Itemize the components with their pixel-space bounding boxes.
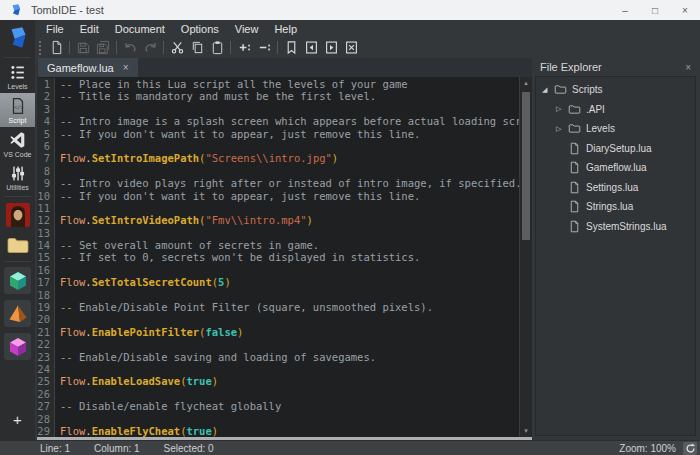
- next-bookmark-button[interactable]: [321, 38, 341, 57]
- app-window: TombIDE - test – □ × Levels: [0, 0, 700, 455]
- file-icon: [568, 142, 581, 155]
- line-number: 14: [37, 239, 55, 251]
- menu-document[interactable]: Document: [107, 23, 173, 35]
- sidebar-item-script[interactable]: </> Script: [0, 93, 35, 127]
- tree-item-api[interactable]: ▷ .API: [536, 100, 695, 120]
- sidebar-divider: [4, 196, 31, 197]
- new-file-button[interactable]: [46, 38, 66, 57]
- menu-help[interactable]: Help: [266, 23, 305, 35]
- code-text: -- Set overall amount of secrets in game…: [55, 239, 319, 251]
- scroll-up-icon[interactable]: ▴: [520, 77, 532, 89]
- tab-close-icon[interactable]: ×: [123, 62, 129, 73]
- tree-collapsed-icon[interactable]: ▷: [556, 105, 568, 113]
- add-project-button[interactable]: +: [13, 411, 22, 428]
- paste-button[interactable]: [207, 38, 227, 57]
- menu-edit[interactable]: Edit: [72, 23, 107, 35]
- toolbar-separator: [277, 41, 278, 54]
- pink-gem-icon: [7, 336, 29, 358]
- vscode-icon: [9, 131, 27, 149]
- code-line: 20: [37, 313, 519, 325]
- tree-collapsed-icon[interactable]: ▷: [556, 125, 568, 133]
- sidebar-item-utilities[interactable]: Utilities: [0, 161, 35, 194]
- toolbar-grip: [38, 40, 43, 55]
- next-bookmark-icon: [324, 40, 339, 55]
- menu-options[interactable]: Options: [173, 23, 227, 35]
- minus-dots-button[interactable]: [254, 38, 274, 57]
- copy-button[interactable]: [187, 38, 207, 57]
- vertical-scrollbar[interactable]: ▴ ▾: [519, 77, 532, 437]
- maximize-button[interactable]: □: [640, 0, 670, 20]
- line-number: 13: [37, 227, 55, 239]
- code-text: Flow.EnablePointFilter(false): [55, 326, 243, 338]
- engine-shortcut-teal-cube[interactable]: [4, 267, 31, 294]
- toolbar-separator: [230, 41, 231, 54]
- clear-bookmarks-button[interactable]: [341, 38, 361, 57]
- code-text: -- Title is mandatory and must be the fi…: [55, 90, 376, 102]
- editor-panel: Gameflow.lua × 1-- Place in this Lua scr…: [37, 58, 532, 440]
- menu-view[interactable]: View: [227, 23, 267, 35]
- cut-scissors-icon: [170, 40, 185, 55]
- save-button[interactable]: [73, 38, 93, 57]
- bookmark-button[interactable]: [281, 38, 301, 57]
- copy-icon: [190, 40, 205, 55]
- undo-button[interactable]: [120, 38, 140, 57]
- previous-bookmark-button[interactable]: [301, 38, 321, 57]
- sidebar-item-vscode[interactable]: VS Code: [0, 127, 35, 161]
- toolbar: [35, 37, 700, 58]
- menu-file[interactable]: File: [38, 23, 72, 35]
- code-text: -- Enable/Disable saving and loading of …: [55, 351, 376, 363]
- code-text: Flow.SetTotalSecretCount(5): [55, 276, 231, 288]
- tree-expanded-icon[interactable]: ◢: [542, 86, 554, 94]
- code-text: [55, 140, 60, 152]
- tree-item-gameflow[interactable]: Gameflow.lua: [536, 158, 695, 178]
- scroll-down-icon[interactable]: ▾: [520, 425, 532, 437]
- redo-button[interactable]: [140, 38, 160, 57]
- code-text: Flow.EnableFlyCheat(true): [55, 425, 218, 437]
- code-line: 6: [37, 140, 519, 152]
- code-editor[interactable]: 1-- Place in this Lua script all the lev…: [37, 77, 532, 437]
- tree-item-levels[interactable]: ▷ Levels: [536, 119, 695, 139]
- line-number: 17: [37, 276, 55, 288]
- save-all-button[interactable]: [93, 38, 113, 57]
- line-number: 7: [37, 152, 55, 164]
- scrollbar-thumb[interactable]: [522, 92, 530, 240]
- code-line: 19-- Enable/Disable Point Filter (square…: [37, 301, 519, 313]
- line-number: 2: [37, 90, 55, 102]
- file-icon: [568, 181, 581, 194]
- file-explorer-close-icon[interactable]: ×: [685, 62, 691, 73]
- file-tree: ◢ Scripts ▷ .API: [535, 76, 696, 436]
- tree-item-label: Levels: [586, 123, 615, 134]
- cut-button[interactable]: [167, 38, 187, 57]
- undo-icon: [123, 40, 138, 55]
- line-number: 24: [37, 363, 55, 375]
- new-file-icon: [49, 40, 64, 55]
- folder-icon: [568, 103, 581, 116]
- code-text: -- If you don't want it to appear, just …: [55, 190, 420, 202]
- tree-item-label: .API: [586, 104, 605, 115]
- refresh-button[interactable]: [683, 442, 697, 455]
- engine-shortcut-orange-pyramid[interactable]: [4, 300, 31, 327]
- line-number: 6: [37, 140, 55, 152]
- levels-list-icon: [9, 64, 27, 81]
- plus-dots-button[interactable]: [234, 38, 254, 57]
- code-line: 4-- Intro image is a splash screen which…: [37, 115, 519, 127]
- tab-gameflow-lua[interactable]: Gameflow.lua ×: [38, 58, 138, 77]
- sidebar-item-levels[interactable]: Levels: [0, 60, 35, 93]
- engine-shortcut-pink-gem[interactable]: [4, 333, 31, 360]
- minus-dots-icon: [257, 40, 272, 55]
- tree-item-settings[interactable]: Settings.lua: [536, 178, 695, 198]
- code-line: 5-- If you don't want it to appear, just…: [37, 128, 519, 140]
- tree-item-strings[interactable]: Strings.lua: [536, 197, 695, 217]
- tree-item-systemstrings[interactable]: SystemStrings.lua: [536, 217, 695, 237]
- tree-item-scripts[interactable]: ◢ Scripts: [536, 80, 695, 100]
- sidebar-item-label: VS Code: [3, 151, 31, 158]
- line-number: 27: [37, 400, 55, 412]
- project-folder-icon[interactable]: [6, 235, 30, 255]
- tree-item-diarysetup[interactable]: DiarySetup.lua: [536, 139, 695, 159]
- close-button[interactable]: ×: [670, 0, 700, 20]
- orange-pyramid-icon: [7, 303, 29, 325]
- lara-avatar[interactable]: [6, 203, 30, 227]
- line-number: 1: [37, 78, 55, 90]
- minimize-button[interactable]: –: [610, 0, 640, 20]
- line-number: 15: [37, 251, 55, 263]
